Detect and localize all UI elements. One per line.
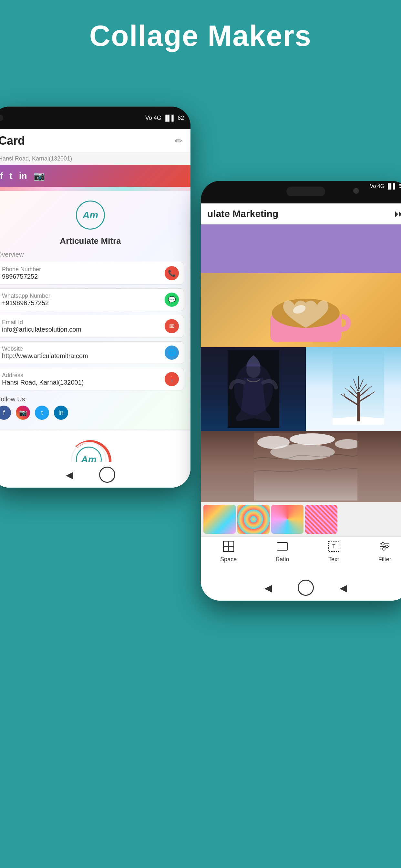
- phone2-home-button[interactable]: [298, 580, 314, 596]
- toolbar-space[interactable]: Space: [220, 540, 237, 563]
- collage-grid: [201, 273, 401, 502]
- svg-rect-31: [229, 541, 234, 546]
- whatsapp-icon[interactable]: 💬: [165, 292, 179, 307]
- phone2-camera: [353, 188, 359, 194]
- svg-point-29: [270, 444, 335, 460]
- phone2-battery: 62: [398, 183, 401, 189]
- company-logo: Am: [76, 200, 105, 229]
- company-name: Articulate Mitra: [60, 236, 121, 246]
- email-value: info@articulatesolution.com: [2, 326, 81, 333]
- follow-twitter[interactable]: t: [35, 406, 49, 420]
- phone1-screen: Card ✏ Hansi Road, Karnal(132001) f t in…: [0, 129, 190, 488]
- skip-icon[interactable]: ⏭: [395, 208, 401, 219]
- follow-facebook[interactable]: f: [0, 406, 11, 420]
- phone1-battery: 62: [178, 115, 184, 121]
- address-label: Address: [2, 372, 84, 379]
- text-label: Text: [328, 556, 339, 563]
- card-header: Card ✏: [0, 129, 190, 153]
- filter-icon: [379, 540, 391, 554]
- svg-point-27: [289, 433, 335, 445]
- social-bar: f t in 📷: [0, 165, 190, 187]
- shiva-svg: [227, 350, 279, 428]
- svg-point-41: [385, 545, 388, 548]
- phone2-back2-button[interactable]: ◀: [340, 582, 347, 593]
- phone2-network: Vo 4G: [370, 183, 384, 189]
- phone1-camera: [0, 115, 3, 121]
- ratio-label: Ratio: [275, 556, 289, 563]
- email-icon[interactable]: ✉: [165, 319, 179, 333]
- filter-label: Filter: [378, 556, 391, 563]
- email-label: Email Id: [2, 319, 81, 326]
- phone-info: Phone Number 9896757252: [2, 266, 41, 280]
- phone2-back-button[interactable]: ◀: [265, 582, 272, 593]
- purple-banner: [201, 224, 401, 273]
- toolbar-text[interactable]: T Text: [328, 540, 340, 563]
- twitter-icon[interactable]: t: [9, 171, 12, 181]
- app-title: Collage Makers: [0, 0, 401, 53]
- phone2-bottom-nav: ◀ ◀: [201, 575, 401, 600]
- svg-rect-32: [223, 547, 228, 552]
- text-icon: T: [328, 540, 340, 554]
- overview-label: Overview: [0, 251, 24, 258]
- thumb-1[interactable]: [204, 505, 236, 534]
- phone1-network: Vo 4G: [145, 115, 161, 121]
- business-card-body: Am Articulate Mitra Overview Phone Numbe…: [0, 191, 190, 430]
- bottom-toolbar: Space Ratio T Text: [201, 536, 401, 565]
- thumbnail-row[interactable]: [201, 502, 401, 536]
- linkedin-icon[interactable]: in: [19, 171, 27, 181]
- ratio-icon: [276, 540, 288, 554]
- follow-label: Follow Us:: [0, 396, 184, 403]
- shiva-image: [201, 347, 306, 431]
- back-button[interactable]: ◀: [66, 469, 73, 480]
- phone-icon[interactable]: 📞: [165, 266, 179, 280]
- address-info: Address Hansi Road, Karnal(132001): [2, 372, 84, 386]
- website-info: Website http://www.articulatemitra.com: [2, 345, 88, 360]
- follow-instagram[interactable]: 📷: [16, 406, 30, 420]
- phone1-bottom-nav: ◀: [0, 462, 190, 488]
- svg-point-40: [382, 542, 384, 545]
- svg-point-6: [234, 363, 273, 415]
- svg-rect-33: [229, 547, 234, 552]
- phone1-device: Vo 4G ▐▌▌ 62 Card ✏ Hansi Road, Karnal(1…: [0, 106, 190, 488]
- space-icon: [223, 540, 235, 554]
- collage-title: ulate Marketing: [207, 208, 278, 219]
- website-row[interactable]: Website http://www.articulatemitra.com 🌐: [0, 341, 184, 364]
- svg-point-42: [382, 548, 385, 550]
- whatsapp-label: Whatsapp Number: [2, 292, 50, 299]
- phone2-screen: ulate Marketing ⏭: [201, 204, 401, 600]
- whatsapp-info: Whatsapp Number +919896757252: [2, 292, 50, 307]
- phone-number-row[interactable]: Phone Number 9896757252 📞: [0, 262, 184, 284]
- location-bar: Hansi Road, Karnal(132001): [0, 153, 190, 165]
- address-value: Hansi Road, Karnal(132001): [2, 379, 84, 386]
- tree-image: [306, 347, 401, 431]
- facebook-icon[interactable]: f: [0, 171, 3, 181]
- phone2-notch: Vo 4G ▐▌▌ 62: [201, 181, 401, 204]
- thumb-4[interactable]: [305, 505, 337, 534]
- gradient-strip: [0, 187, 190, 191]
- toolbar-ratio[interactable]: Ratio: [275, 540, 289, 563]
- tree-svg: [333, 347, 384, 425]
- follow-section: Follow Us: f 📷 t in: [0, 392, 184, 423]
- website-label: Website: [2, 345, 88, 352]
- follow-linkedin[interactable]: in: [54, 406, 68, 420]
- email-row[interactable]: Email Id info@articulatesolution.com ✉: [0, 315, 184, 337]
- space-label: Space: [220, 556, 237, 563]
- svg-rect-30: [223, 541, 228, 546]
- address-row[interactable]: Address Hansi Road, Karnal(132001) 📍: [0, 368, 184, 391]
- toolbar-filter[interactable]: Filter: [378, 540, 391, 563]
- home-button[interactable]: [99, 467, 115, 483]
- logo-text: Am: [83, 210, 98, 221]
- instagram-icon[interactable]: 📷: [34, 170, 45, 181]
- edit-icon[interactable]: ✏: [175, 135, 182, 146]
- coffee-svg: [257, 275, 354, 345]
- phone1-status: Vo 4G ▐▌▌ 62: [145, 115, 184, 121]
- whatsapp-number-row[interactable]: Whatsapp Number +919896757252 💬: [0, 288, 184, 311]
- follow-icons: f 📷 t in: [0, 406, 184, 420]
- address-icon[interactable]: 📍: [165, 372, 179, 386]
- snow-rock-image: [201, 431, 401, 502]
- thumb-3[interactable]: [271, 505, 304, 534]
- website-icon[interactable]: 🌐: [165, 345, 179, 360]
- phone-label: Phone Number: [2, 266, 41, 273]
- collage-header: ulate Marketing ⏭: [201, 204, 401, 224]
- thumb-2[interactable]: [237, 505, 270, 534]
